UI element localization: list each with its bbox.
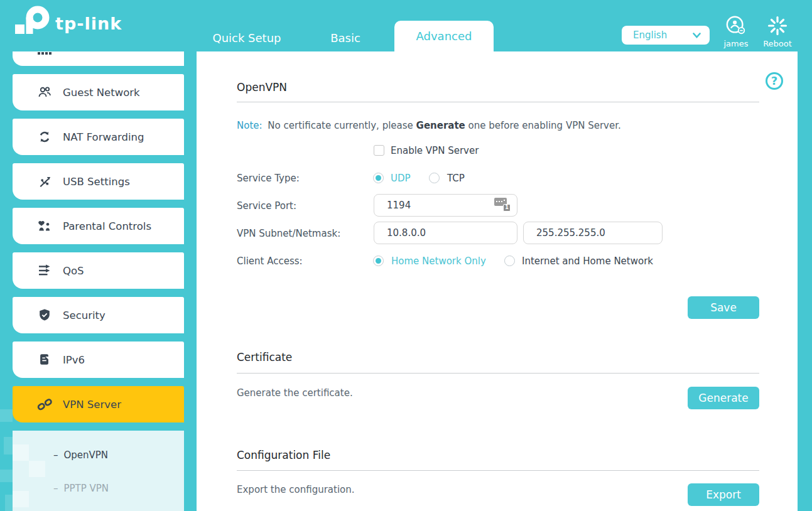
vpn-server-submenu: –OpenVPN –PPTP VPN — [13, 431, 184, 511]
internet-and-home-label[interactable]: Internet and Home Network — [522, 255, 653, 267]
udp-radio-label[interactable]: UDP — [391, 173, 411, 184]
language-select-value: English — [633, 30, 667, 41]
content-panel: ? OpenVPN Note: No certificate currently… — [197, 51, 798, 511]
generate-button[interactable]: Generate — [688, 387, 759, 409]
submenu-item-pptp-vpn[interactable]: –PPTP VPN — [13, 483, 184, 494]
sidebar-item-qos[interactable]: QoS — [13, 252, 184, 289]
reboot-button[interactable]: Reboot — [760, 15, 795, 48]
client-access-label: Client Access: — [237, 255, 303, 267]
sidebar-item-guest-network[interactable]: Guest Network — [13, 74, 184, 110]
certificate-description: Generate the certificate. — [237, 387, 353, 399]
tcp-radio[interactable] — [429, 173, 440, 183]
guest-network-icon — [36, 85, 53, 100]
section-divider — [237, 373, 759, 374]
chain-link-icon — [36, 397, 53, 412]
note-bold-text: Generate — [416, 120, 465, 131]
tab-advanced[interactable]: Advanced — [394, 21, 494, 51]
parental-controls-icon — [36, 218, 53, 234]
service-port-label: Service Port: — [237, 200, 296, 212]
decor-square — [0, 470, 13, 482]
internet-and-home-radio[interactable] — [504, 255, 515, 266]
tab-quick-setup[interactable]: Quick Setup — [197, 25, 297, 51]
nat-forwarding-icon — [36, 130, 53, 144]
chevron-down-icon — [693, 33, 701, 38]
submenu-dash: – — [53, 449, 58, 461]
user-icon — [725, 29, 747, 38]
submenu-dash: – — [53, 483, 58, 494]
home-network-only-radio[interactable] — [373, 255, 384, 266]
sidebar-item-label: Guest Network — [63, 87, 140, 99]
sidebar-item-label: VPN Server — [63, 399, 121, 411]
home-network-only-label[interactable]: Home Network Only — [391, 255, 486, 267]
user-label: james — [720, 39, 752, 48]
section-divider — [237, 470, 759, 471]
reboot-icon — [767, 29, 788, 38]
vpn-netmask-input[interactable] — [523, 222, 663, 244]
submenu-item-label: PPTP VPN — [64, 483, 109, 494]
router-admin-screen: tp-link Quick Setup Basic Advanced Engli… — [0, 0, 812, 511]
top-header: tp-link Quick Setup Basic Advanced Engli… — [0, 0, 812, 51]
sidebar-item-nat-forwarding[interactable]: NAT Forwarding — [13, 119, 184, 155]
openvpn-section-title: OpenVPN — [237, 81, 287, 94]
document-icon — [36, 353, 53, 367]
section-divider — [237, 102, 759, 102]
sidebar-item-vpn-server[interactable]: VPN Server — [13, 386, 184, 422]
vpn-subnet-input[interactable] — [374, 222, 517, 244]
save-button[interactable]: Save — [688, 296, 759, 319]
configuration-description: Export the configuration. — [237, 484, 355, 495]
decor-square — [5, 495, 13, 511]
chart-bars-icon — [38, 52, 51, 55]
note-text: No certificate currently, please — [268, 120, 413, 131]
export-button[interactable]: Export — [688, 483, 759, 506]
sidebar-item-label: NAT Forwarding — [63, 131, 144, 143]
sidebar-item-ipv6[interactable]: IPv6 — [13, 342, 184, 378]
vpn-subnet-label: VPN Subnet/Netmask: — [237, 228, 340, 239]
help-icon[interactable]: ? — [766, 72, 783, 90]
sidebar-item-usb-settings[interactable]: USB Settings — [13, 163, 184, 200]
shield-check-icon — [36, 308, 53, 322]
tab-basic[interactable]: Basic — [301, 25, 389, 51]
sidebar-item-label: QoS — [63, 265, 84, 277]
enable-vpn-server-checkbox[interactable] — [374, 145, 384, 156]
service-type-label: Service Type: — [237, 173, 300, 184]
note-label: Note: — [237, 120, 263, 131]
sidebar-item-label: Parental Controls — [63, 220, 151, 232]
brand-text: tp-link — [55, 14, 122, 33]
enable-vpn-server-label[interactable]: Enable VPN Server — [391, 145, 479, 156]
sidebar-item-label: USB Settings — [63, 176, 130, 188]
udp-radio[interactable] — [373, 173, 384, 183]
decor-square — [29, 461, 45, 477]
usb-icon — [36, 175, 53, 189]
decor-square — [4, 437, 13, 455]
sidebar-item-clipped[interactable] — [13, 51, 184, 66]
reboot-label: Reboot — [760, 39, 795, 48]
sidebar-item-label: IPv6 — [63, 354, 85, 366]
submenu-item-label: OpenVPN — [64, 449, 109, 461]
user-menu-button[interactable]: james — [720, 15, 752, 48]
sidebar-nav: Guest Network NAT Forwarding — [13, 51, 184, 511]
certificate-section-title: Certificate — [237, 351, 292, 363]
sidebar-item-security[interactable]: Security — [13, 297, 184, 333]
tp-link-logo: tp-link — [11, 4, 122, 43]
certificate-note: Note: No certificate currently, please G… — [237, 120, 621, 131]
qos-icon — [36, 263, 53, 278]
note-text: one before enabling VPN Server. — [468, 120, 621, 131]
decor-square — [0, 409, 13, 422]
sidebar-item-parental-controls[interactable]: Parental Controls — [13, 208, 184, 244]
submenu-item-openvpn[interactable]: –OpenVPN — [13, 449, 184, 461]
sidebar-item-label: Security — [63, 309, 106, 321]
language-select[interactable]: English — [622, 26, 710, 45]
numeric-keypad-icon[interactable]: 1 — [494, 198, 511, 212]
tp-link-logo-mark-icon — [11, 4, 51, 43]
tcp-radio-label[interactable]: TCP — [447, 173, 465, 184]
configuration-section-title: Configuration File — [237, 449, 330, 461]
